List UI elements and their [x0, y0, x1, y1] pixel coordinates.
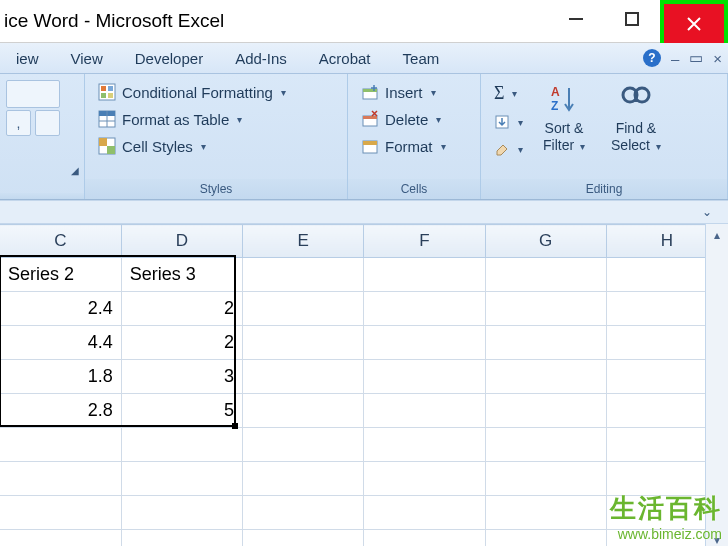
- comma-style-button[interactable]: ,: [6, 110, 31, 136]
- minimize-button[interactable]: [548, 0, 604, 38]
- cell[interactable]: [243, 292, 364, 326]
- cell[interactable]: [485, 258, 606, 292]
- cell[interactable]: 4.4: [0, 326, 121, 360]
- spreadsheet-grid[interactable]: C D E F G H Series 2 Series 3 2.4 2: [0, 224, 728, 546]
- cell[interactable]: [243, 496, 364, 530]
- fill-button[interactable]: ▾: [487, 110, 527, 134]
- ribbon: , ◢ Conditional Formatting ▾ Format as T…: [0, 74, 728, 200]
- close-button[interactable]: [664, 4, 724, 43]
- tab-team[interactable]: Team: [387, 43, 456, 73]
- window-controls: [548, 0, 728, 40]
- vertical-scrollbar[interactable]: ▴ ▾: [705, 224, 728, 546]
- svg-rect-2: [108, 86, 113, 91]
- tab-developer[interactable]: Developer: [119, 43, 219, 73]
- col-header-D[interactable]: D: [121, 225, 242, 258]
- cell[interactable]: 1.8: [0, 360, 121, 394]
- svg-rect-3: [101, 93, 106, 98]
- cell[interactable]: [243, 530, 364, 547]
- maximize-button[interactable]: [604, 0, 660, 38]
- cell[interactable]: 2: [121, 292, 242, 326]
- cell[interactable]: [364, 496, 485, 530]
- autosum-button[interactable]: Σ▾: [487, 80, 527, 107]
- col-header-F[interactable]: F: [364, 225, 485, 258]
- mdi-restore-icon[interactable]: ▭: [689, 49, 703, 67]
- cell[interactable]: [243, 326, 364, 360]
- cell[interactable]: [121, 462, 242, 496]
- cell[interactable]: [485, 394, 606, 428]
- cell[interactable]: 2.8: [0, 394, 121, 428]
- dropdown-arrow-icon: ▾: [436, 114, 441, 125]
- cell[interactable]: [121, 428, 242, 462]
- conditional-formatting-button[interactable]: Conditional Formatting ▾: [91, 80, 293, 104]
- column-header-row: C D E F G H: [0, 225, 728, 258]
- cell[interactable]: [485, 496, 606, 530]
- tab-addins[interactable]: Add-Ins: [219, 43, 303, 73]
- cell[interactable]: [243, 394, 364, 428]
- mdi-minimize-icon[interactable]: –: [671, 50, 679, 67]
- cell[interactable]: [364, 462, 485, 496]
- cell[interactable]: [121, 496, 242, 530]
- increase-decimal-button[interactable]: [35, 110, 60, 136]
- tab-iew[interactable]: iew: [0, 43, 55, 73]
- cell[interactable]: [243, 462, 364, 496]
- sheet-table[interactable]: C D E F G H Series 2 Series 3 2.4 2: [0, 224, 728, 546]
- cell[interactable]: [364, 428, 485, 462]
- cell[interactable]: [364, 326, 485, 360]
- table-row: 1.8 3: [0, 360, 728, 394]
- cell[interactable]: [364, 360, 485, 394]
- cell[interactable]: [0, 530, 121, 547]
- cell[interactable]: Series 3: [121, 258, 242, 292]
- svg-rect-1: [101, 86, 106, 91]
- col-header-G[interactable]: G: [485, 225, 606, 258]
- cell[interactable]: [0, 496, 121, 530]
- help-icon[interactable]: ?: [643, 49, 661, 67]
- cell[interactable]: [243, 428, 364, 462]
- cell[interactable]: [485, 326, 606, 360]
- cell[interactable]: [485, 292, 606, 326]
- cell[interactable]: [243, 258, 364, 292]
- col-header-E[interactable]: E: [243, 225, 364, 258]
- insert-cells-button[interactable]: Insert ▾: [354, 80, 453, 104]
- clear-button[interactable]: ▾: [487, 137, 527, 161]
- tab-acrobat[interactable]: Acrobat: [303, 43, 387, 73]
- cell[interactable]: [364, 394, 485, 428]
- dropdown-arrow-icon: ▾: [441, 141, 446, 152]
- insert-label: Insert: [385, 84, 423, 101]
- format-as-table-button[interactable]: Format as Table ▾: [91, 107, 293, 131]
- col-header-C[interactable]: C: [0, 225, 121, 258]
- close-button-highlight: [660, 0, 728, 47]
- cell[interactable]: [485, 360, 606, 394]
- number-dialog-launcher-icon[interactable]: ◢: [68, 163, 82, 177]
- cell[interactable]: [485, 462, 606, 496]
- tab-view[interactable]: View: [55, 43, 119, 73]
- mdi-close-icon[interactable]: ×: [713, 50, 722, 67]
- cell[interactable]: [485, 428, 606, 462]
- conditional-formatting-icon: [98, 83, 116, 101]
- cell[interactable]: [0, 428, 121, 462]
- cell[interactable]: 3: [121, 360, 242, 394]
- cell[interactable]: [485, 530, 606, 547]
- cell[interactable]: [243, 360, 364, 394]
- cell[interactable]: [121, 530, 242, 547]
- cell[interactable]: 2: [121, 326, 242, 360]
- format-cells-button[interactable]: Format ▾: [354, 134, 453, 158]
- scroll-down-icon[interactable]: ▾: [706, 529, 728, 546]
- ribbon-collapse-icon[interactable]: ⌄: [702, 205, 712, 219]
- svg-rect-4: [108, 93, 113, 98]
- cell[interactable]: [364, 292, 485, 326]
- cell-styles-button[interactable]: Cell Styles ▾: [91, 134, 293, 158]
- sort-filter-button[interactable]: AZ Sort & Filter ▾: [533, 78, 595, 158]
- cell[interactable]: 2.4: [0, 292, 121, 326]
- cell[interactable]: 5: [121, 394, 242, 428]
- cell[interactable]: Series 2: [0, 258, 121, 292]
- sheet-body: Series 2 Series 3 2.4 2 4.4 2: [0, 258, 728, 547]
- delete-cells-button[interactable]: Delete ▾: [354, 107, 453, 131]
- number-format-dropdown[interactable]: [6, 80, 60, 108]
- cell[interactable]: [364, 530, 485, 547]
- table-row: [0, 496, 728, 530]
- scroll-up-icon[interactable]: ▴: [706, 224, 728, 246]
- sort-filter-label-2: Filter: [543, 137, 574, 153]
- cell[interactable]: [364, 258, 485, 292]
- cell[interactable]: [0, 462, 121, 496]
- find-select-button[interactable]: Find & Select ▾: [601, 78, 671, 158]
